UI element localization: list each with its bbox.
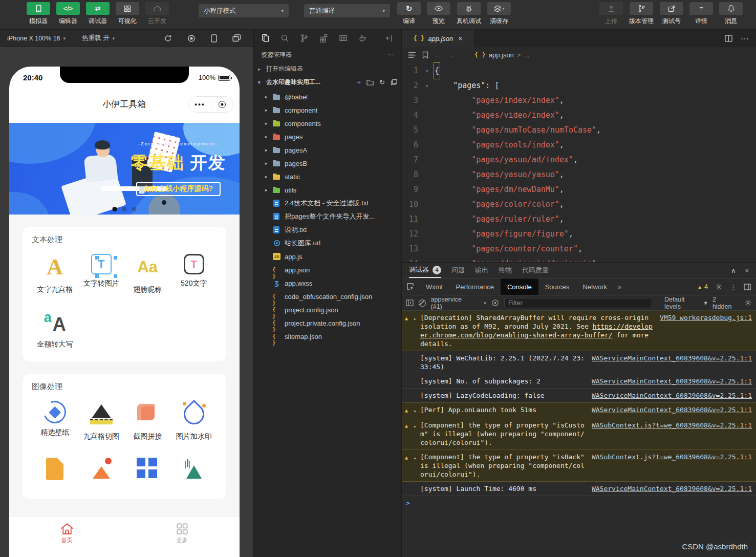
app-grid-item[interactable] bbox=[124, 456, 171, 487]
tree-item[interactable]: ▸ @babel bbox=[254, 90, 401, 103]
tree-item[interactable]: app.wxss bbox=[254, 276, 401, 290]
version-manage-button[interactable]: 版本管理 bbox=[629, 2, 654, 26]
fold-icon[interactable]: ▾ bbox=[425, 63, 435, 78]
gear-icon[interactable] bbox=[715, 283, 723, 291]
tree-item[interactable]: ▸ utils bbox=[254, 183, 401, 197]
tree-item[interactable]: 站长图库.url bbox=[254, 237, 401, 250]
console-source-link[interactable]: WASubContext.js?t=we_60839608&v=2.25.1:1 bbox=[592, 421, 752, 430]
open-editors-section[interactable]: ▸ 打开的编辑器 bbox=[254, 62, 401, 75]
fold-icon[interactable] bbox=[425, 182, 435, 197]
expand-arrow-icon[interactable] bbox=[414, 377, 420, 378]
app-grid-item[interactable]: 520文字 bbox=[171, 254, 218, 294]
real-device-debug-button[interactable]: 真机调试 bbox=[457, 2, 481, 26]
tree-item[interactable]: ▸ components bbox=[254, 117, 401, 130]
fold-icon[interactable] bbox=[425, 167, 435, 182]
forward-arrow-icon[interactable]: → bbox=[448, 51, 455, 59]
test-account-button[interactable]: 测试号 bbox=[660, 2, 683, 26]
compile-mode-dropdown[interactable]: 普通编译 ▾ bbox=[304, 4, 390, 17]
tree-item[interactable]: ▸ static bbox=[254, 170, 401, 183]
console-message[interactable]: [system] LazyCodeLoading: false WAServic… bbox=[402, 389, 756, 403]
upload-button[interactable]: 上传 bbox=[599, 2, 623, 26]
tree-item[interactable]: ▸ component bbox=[254, 103, 401, 117]
tab-more[interactable]: 更多 bbox=[124, 517, 240, 557]
console-source-link[interactable]: WASubContext.js?t=we_60839608&v=2.25.1:1 bbox=[592, 453, 752, 461]
carousel-dot[interactable] bbox=[122, 207, 127, 211]
device-selector[interactable]: iPhone X 100% 16 bbox=[7, 35, 60, 42]
more-dots-icon[interactable]: ●●● bbox=[189, 102, 211, 107]
fold-icon[interactable] bbox=[425, 256, 435, 262]
hand-icon[interactable] bbox=[358, 34, 367, 42]
console-source-link[interactable]: VM59 workerasdebug.js:1 bbox=[660, 313, 752, 322]
banner-carousel[interactable]: -Zero basic development- 零基础 开发 如何上线小程序源… bbox=[9, 123, 240, 218]
app-grid-item[interactable]: 九宫格切图 bbox=[78, 401, 125, 441]
expand-arrow-icon[interactable] bbox=[414, 484, 420, 485]
tab-problems[interactable]: 问题 bbox=[451, 266, 465, 275]
tree-item[interactable]: ▸ pages bbox=[254, 130, 401, 143]
back-arrow-icon[interactable]: ← bbox=[435, 51, 442, 59]
app-grid-item[interactable] bbox=[171, 456, 218, 487]
hidden-messages-count[interactable]: 2 hidden bbox=[712, 296, 739, 310]
new-file-icon[interactable]: + bbox=[357, 78, 361, 86]
warning-counter[interactable]: 4 bbox=[697, 283, 708, 290]
expand-arrow-icon[interactable] bbox=[414, 354, 420, 355]
breadcrumb[interactable]: { } app.json > ... bbox=[474, 51, 529, 59]
console-message[interactable]: [system] Launch Time: 4690 ms WAServiceM… bbox=[402, 482, 756, 496]
console-log-area[interactable]: ▸ [Deprecation] SharedArrayBuffer will r… bbox=[402, 311, 756, 557]
devtools-tab[interactable]: Console bbox=[501, 278, 538, 295]
fold-icon[interactable] bbox=[425, 138, 435, 153]
compile-button[interactable]: ↻ 编译 bbox=[397, 2, 421, 26]
app-grid-item[interactable]: 文字转图片 bbox=[78, 254, 125, 294]
clear-console-icon[interactable] bbox=[419, 299, 426, 307]
capsule-home-button[interactable] bbox=[211, 101, 233, 108]
project-section-header[interactable]: ▾ 去水印趣味实用工... + ↻ bbox=[254, 75, 401, 89]
console-source-link[interactable]: WAServiceMainContext_60839608&v=2.25.1:1 bbox=[592, 405, 752, 414]
fold-icon[interactable] bbox=[425, 108, 435, 123]
banner-button[interactable]: 如何上线小程序源码? bbox=[136, 182, 221, 196]
carousel-dot-active[interactable] bbox=[113, 207, 117, 211]
clear-cache-button[interactable]: ▾ 清缓存 bbox=[487, 2, 511, 26]
rotate-icon[interactable] bbox=[164, 34, 172, 42]
console-prompt[interactable]: > bbox=[402, 496, 756, 510]
split-editor-icon[interactable] bbox=[725, 35, 732, 42]
overflow-tabs-icon[interactable]: » bbox=[614, 283, 625, 291]
multi-window-icon[interactable] bbox=[232, 34, 241, 42]
simulator-button[interactable]: 模拟器 bbox=[27, 2, 50, 26]
tree-item[interactable]: app.js bbox=[254, 250, 401, 263]
app-grid-item[interactable] bbox=[78, 456, 125, 487]
fold-icon[interactable] bbox=[425, 197, 435, 212]
console-sidebar-icon[interactable] bbox=[406, 299, 414, 306]
mode-dropdown[interactable]: 小程序模式 ▾ bbox=[199, 4, 289, 17]
console-settings-gear-icon[interactable] bbox=[744, 299, 752, 307]
expand-arrow-icon[interactable]: ▸ bbox=[414, 313, 420, 323]
expand-arrow-icon[interactable]: ▸ bbox=[414, 421, 420, 431]
collapse-icon[interactable]: ∧ bbox=[731, 267, 736, 274]
bookmark-icon[interactable] bbox=[422, 51, 428, 59]
more-actions-icon[interactable]: ⋯ bbox=[741, 34, 749, 44]
console-source-link[interactable]: WAServiceMainContext_60839608&v=2.25.1:1 bbox=[592, 484, 752, 493]
collapse-all-icon[interactable] bbox=[391, 79, 397, 85]
tree-item[interactable]: 2.4技术文档 - 安全过滤版.txt bbox=[254, 197, 401, 210]
tab-code-quality[interactable]: 代码质量 bbox=[522, 266, 549, 275]
tab-debugger[interactable]: 调试器 4 bbox=[409, 263, 441, 278]
tree-item[interactable]: 把pages整个文件夹导入开发... bbox=[254, 210, 401, 223]
tab-output[interactable]: 输出 bbox=[475, 266, 488, 275]
fold-icon[interactable] bbox=[425, 212, 435, 227]
outline-icon[interactable] bbox=[408, 52, 416, 58]
log-levels-dropdown[interactable]: Default levels ▾ bbox=[664, 296, 707, 310]
tab-app-json[interactable]: { } app.json × bbox=[402, 30, 474, 47]
app-grid-item[interactable] bbox=[32, 456, 78, 487]
console-message[interactable]: ▸ [Component] the type of property "isCu… bbox=[402, 418, 756, 450]
tab-terminal[interactable]: 终端 bbox=[499, 266, 512, 275]
debugger-button[interactable]: ⇄ 调试器 bbox=[86, 2, 110, 26]
git-branch-icon[interactable] bbox=[300, 34, 309, 42]
devtools-tab[interactable]: Performance bbox=[449, 278, 501, 295]
expand-arrow-icon[interactable] bbox=[414, 391, 420, 392]
tree-item[interactable]: code_obfuscation_config.json bbox=[254, 290, 401, 303]
tab-home[interactable]: 首页 bbox=[9, 517, 124, 557]
filter-input[interactable] bbox=[504, 298, 652, 308]
fold-icon[interactable] bbox=[425, 93, 435, 108]
console-message[interactable]: [system] No. of subpackages: 2 WAService… bbox=[402, 374, 756, 389]
devtools-tab[interactable]: Wxml bbox=[419, 278, 449, 295]
extensions-icon[interactable] bbox=[319, 34, 328, 42]
app-grid-item[interactable]: 文字九宫格 bbox=[32, 254, 78, 294]
